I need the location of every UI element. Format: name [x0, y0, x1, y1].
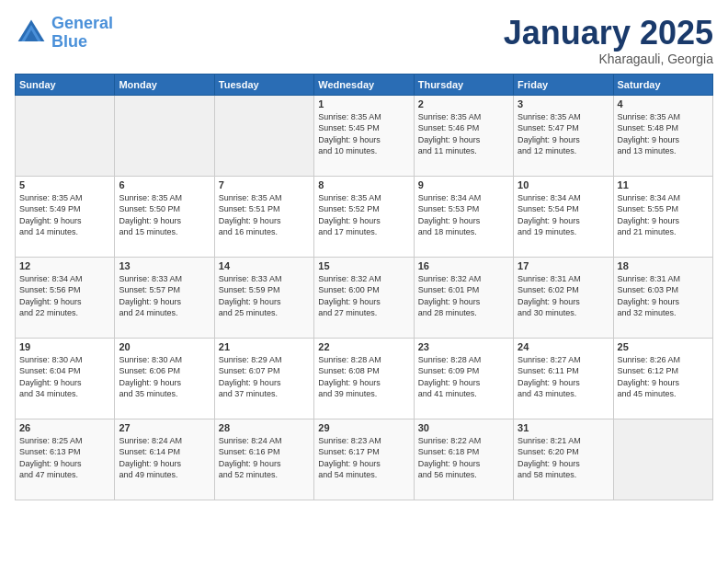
- day-info: Sunrise: 8:24 AM Sunset: 6:16 PM Dayligh…: [219, 435, 310, 481]
- day-cell: [115, 95, 214, 176]
- day-cell: 7Sunrise: 8:35 AM Sunset: 5:51 PM Daylig…: [214, 176, 313, 257]
- day-number: 11: [618, 179, 709, 190]
- logo: General Blue: [15, 15, 113, 52]
- day-cell: 24Sunrise: 8:27 AM Sunset: 6:11 PM Dayli…: [514, 338, 613, 419]
- day-info: Sunrise: 8:35 AM Sunset: 5:51 PM Dayligh…: [219, 192, 310, 238]
- day-number: 19: [19, 341, 110, 352]
- day-info: Sunrise: 8:30 AM Sunset: 6:04 PM Dayligh…: [19, 354, 110, 400]
- day-number: 15: [318, 260, 409, 271]
- day-number: 30: [418, 422, 509, 433]
- weekday-monday: Monday: [115, 74, 214, 95]
- day-number: 17: [518, 260, 609, 271]
- day-cell: 27Sunrise: 8:24 AM Sunset: 6:14 PM Dayli…: [115, 419, 214, 500]
- day-info: Sunrise: 8:35 AM Sunset: 5:50 PM Dayligh…: [119, 192, 210, 238]
- day-info: Sunrise: 8:33 AM Sunset: 5:57 PM Dayligh…: [119, 273, 210, 319]
- day-cell: 3Sunrise: 8:35 AM Sunset: 5:47 PM Daylig…: [514, 95, 613, 176]
- day-cell: 9Sunrise: 8:34 AM Sunset: 5:53 PM Daylig…: [414, 176, 513, 257]
- day-number: 8: [318, 179, 409, 190]
- header: General Blue January 2025 Kharagauli, Ge…: [15, 15, 713, 66]
- day-cell: 6Sunrise: 8:35 AM Sunset: 5:50 PM Daylig…: [115, 176, 214, 257]
- day-number: 22: [318, 341, 409, 352]
- day-cell: 16Sunrise: 8:32 AM Sunset: 6:01 PM Dayli…: [414, 257, 513, 338]
- day-cell: 30Sunrise: 8:22 AM Sunset: 6:18 PM Dayli…: [414, 419, 513, 500]
- day-info: Sunrise: 8:32 AM Sunset: 6:00 PM Dayligh…: [318, 273, 409, 319]
- day-cell: 15Sunrise: 8:32 AM Sunset: 6:00 PM Dayli…: [314, 257, 414, 338]
- weekday-row: SundayMondayTuesdayWednesdayThursdayFrid…: [16, 74, 713, 95]
- day-cell: 1Sunrise: 8:35 AM Sunset: 5:45 PM Daylig…: [314, 95, 414, 176]
- day-cell: [214, 95, 313, 176]
- weekday-tuesday: Tuesday: [214, 74, 313, 95]
- day-info: Sunrise: 8:35 AM Sunset: 5:47 PM Dayligh…: [518, 111, 609, 157]
- day-info: Sunrise: 8:26 AM Sunset: 6:12 PM Dayligh…: [618, 354, 709, 400]
- title-block: January 2025 Kharagauli, Georgia: [504, 15, 713, 66]
- week-row-1: 1Sunrise: 8:35 AM Sunset: 5:45 PM Daylig…: [16, 95, 713, 176]
- day-number: 7: [219, 179, 310, 190]
- day-cell: 11Sunrise: 8:34 AM Sunset: 5:55 PM Dayli…: [613, 176, 712, 257]
- day-cell: 13Sunrise: 8:33 AM Sunset: 5:57 PM Dayli…: [115, 257, 214, 338]
- day-info: Sunrise: 8:23 AM Sunset: 6:17 PM Dayligh…: [318, 435, 409, 481]
- day-number: 6: [119, 179, 210, 190]
- day-info: Sunrise: 8:35 AM Sunset: 5:45 PM Dayligh…: [318, 111, 409, 157]
- month-title: January 2025: [504, 15, 713, 52]
- day-info: Sunrise: 8:29 AM Sunset: 6:07 PM Dayligh…: [219, 354, 310, 400]
- day-number: 24: [518, 341, 609, 352]
- day-number: 13: [119, 260, 210, 271]
- day-cell: 8Sunrise: 8:35 AM Sunset: 5:52 PM Daylig…: [314, 176, 414, 257]
- day-info: Sunrise: 8:34 AM Sunset: 5:55 PM Dayligh…: [618, 192, 709, 238]
- weekday-thursday: Thursday: [414, 74, 513, 95]
- day-info: Sunrise: 8:33 AM Sunset: 5:59 PM Dayligh…: [219, 273, 310, 319]
- day-number: 26: [19, 422, 110, 433]
- weekday-saturday: Saturday: [613, 74, 712, 95]
- day-info: Sunrise: 8:35 AM Sunset: 5:46 PM Dayligh…: [418, 111, 509, 157]
- day-number: 27: [119, 422, 210, 433]
- day-info: Sunrise: 8:22 AM Sunset: 6:18 PM Dayligh…: [418, 435, 509, 481]
- day-info: Sunrise: 8:35 AM Sunset: 5:52 PM Dayligh…: [318, 192, 409, 238]
- calendar-header: SundayMondayTuesdayWednesdayThursdayFrid…: [16, 74, 713, 95]
- logo-icon: [15, 17, 48, 50]
- day-info: Sunrise: 8:25 AM Sunset: 6:13 PM Dayligh…: [19, 435, 110, 481]
- day-cell: 20Sunrise: 8:30 AM Sunset: 6:06 PM Dayli…: [115, 338, 214, 419]
- week-row-5: 26Sunrise: 8:25 AM Sunset: 6:13 PM Dayli…: [16, 419, 713, 500]
- weekday-sunday: Sunday: [16, 74, 115, 95]
- day-info: Sunrise: 8:30 AM Sunset: 6:06 PM Dayligh…: [119, 354, 210, 400]
- day-cell: 12Sunrise: 8:34 AM Sunset: 5:56 PM Dayli…: [16, 257, 115, 338]
- day-info: Sunrise: 8:21 AM Sunset: 6:20 PM Dayligh…: [518, 435, 609, 481]
- day-info: Sunrise: 8:31 AM Sunset: 6:02 PM Dayligh…: [518, 273, 609, 319]
- day-cell: 29Sunrise: 8:23 AM Sunset: 6:17 PM Dayli…: [314, 419, 414, 500]
- week-row-4: 19Sunrise: 8:30 AM Sunset: 6:04 PM Dayli…: [16, 338, 713, 419]
- day-number: 16: [418, 260, 509, 271]
- day-cell: 22Sunrise: 8:28 AM Sunset: 6:08 PM Dayli…: [314, 338, 414, 419]
- day-cell: 23Sunrise: 8:28 AM Sunset: 6:09 PM Dayli…: [414, 338, 513, 419]
- day-cell: 14Sunrise: 8:33 AM Sunset: 5:59 PM Dayli…: [214, 257, 313, 338]
- day-info: Sunrise: 8:34 AM Sunset: 5:53 PM Dayligh…: [418, 192, 509, 238]
- day-info: Sunrise: 8:35 AM Sunset: 5:48 PM Dayligh…: [618, 111, 709, 157]
- day-cell: 5Sunrise: 8:35 AM Sunset: 5:49 PM Daylig…: [16, 176, 115, 257]
- day-number: 2: [418, 98, 509, 109]
- day-cell: 2Sunrise: 8:35 AM Sunset: 5:46 PM Daylig…: [414, 95, 513, 176]
- logo-blue: Blue: [51, 32, 87, 51]
- day-cell: 25Sunrise: 8:26 AM Sunset: 6:12 PM Dayli…: [613, 338, 712, 419]
- day-info: Sunrise: 8:35 AM Sunset: 5:49 PM Dayligh…: [19, 192, 110, 238]
- day-number: 5: [19, 179, 110, 190]
- day-cell: 18Sunrise: 8:31 AM Sunset: 6:03 PM Dayli…: [613, 257, 712, 338]
- day-number: 29: [318, 422, 409, 433]
- logo-text: General Blue: [51, 15, 113, 52]
- week-row-2: 5Sunrise: 8:35 AM Sunset: 5:49 PM Daylig…: [16, 176, 713, 257]
- day-info: Sunrise: 8:27 AM Sunset: 6:11 PM Dayligh…: [518, 354, 609, 400]
- day-info: Sunrise: 8:28 AM Sunset: 6:09 PM Dayligh…: [418, 354, 509, 400]
- day-number: 4: [618, 98, 709, 109]
- location-subtitle: Kharagauli, Georgia: [504, 52, 713, 66]
- day-number: 18: [618, 260, 709, 271]
- day-number: 21: [219, 341, 310, 352]
- day-cell: [16, 95, 115, 176]
- day-number: 28: [219, 422, 310, 433]
- day-info: Sunrise: 8:31 AM Sunset: 6:03 PM Dayligh…: [618, 273, 709, 319]
- logo-general: General: [51, 14, 113, 32]
- day-number: 9: [418, 179, 509, 190]
- day-info: Sunrise: 8:32 AM Sunset: 6:01 PM Dayligh…: [418, 273, 509, 319]
- day-info: Sunrise: 8:24 AM Sunset: 6:14 PM Dayligh…: [119, 435, 210, 481]
- day-number: 14: [219, 260, 310, 271]
- day-cell: 21Sunrise: 8:29 AM Sunset: 6:07 PM Dayli…: [214, 338, 313, 419]
- day-cell: 17Sunrise: 8:31 AM Sunset: 6:02 PM Dayli…: [514, 257, 613, 338]
- day-number: 23: [418, 341, 509, 352]
